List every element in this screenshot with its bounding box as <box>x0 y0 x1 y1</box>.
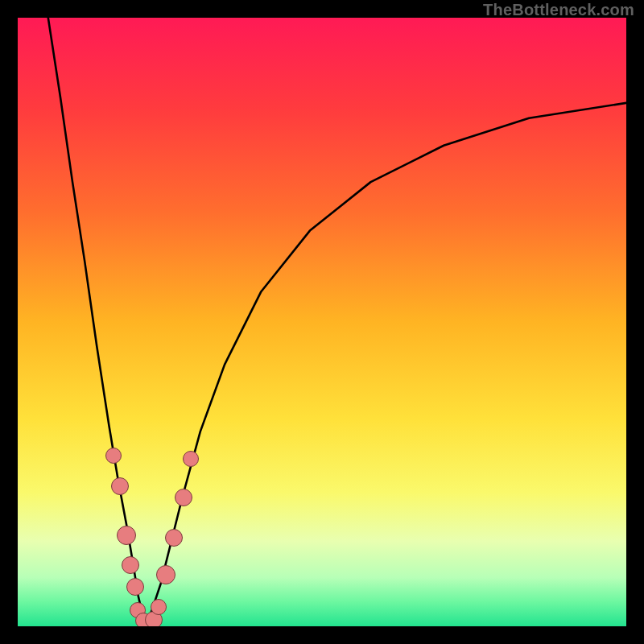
highlight-dot <box>165 529 183 547</box>
curve-right-branch <box>146 103 626 626</box>
highlight-dot <box>175 489 192 506</box>
highlight-dot <box>122 556 139 574</box>
bottleneck-curve <box>18 18 626 626</box>
highlight-dot <box>117 526 136 545</box>
highlight-dot <box>105 448 122 464</box>
highlight-dot <box>111 477 129 495</box>
highlight-dot <box>183 451 199 467</box>
highlight-dot <box>151 599 167 615</box>
watermark-text: TheBottleneck.com <box>483 1 634 19</box>
highlight-dot <box>156 565 175 584</box>
plot-area <box>18 18 626 626</box>
highlight-dot <box>126 578 144 596</box>
